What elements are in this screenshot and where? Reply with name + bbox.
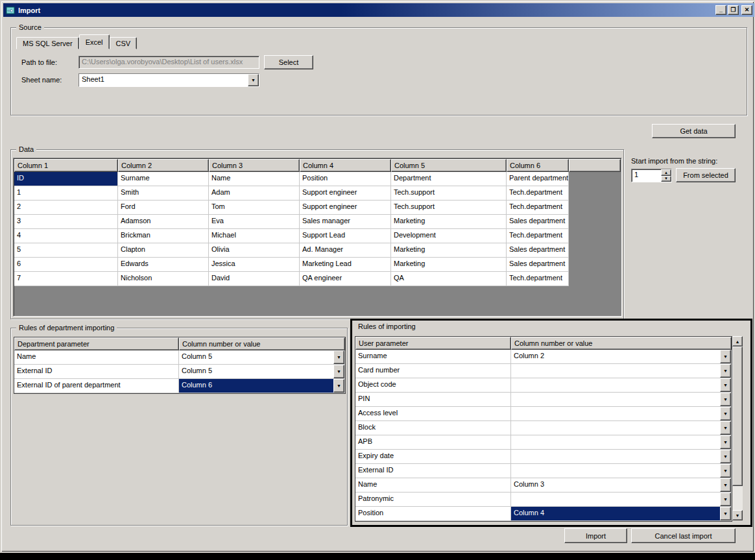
rule-value-cell[interactable]: ▼ xyxy=(511,378,732,393)
rule-parameter-cell[interactable]: External ID of parent department xyxy=(14,379,179,393)
data-cell[interactable]: Parent department xyxy=(507,172,569,186)
data-cell[interactable]: 1 xyxy=(14,186,118,201)
scroll-down-icon[interactable]: ▼ xyxy=(732,510,743,520)
select-file-button[interactable]: Select xyxy=(264,55,313,69)
titlebar[interactable]: Import _ ❐ ✕ xyxy=(3,3,754,17)
data-cell[interactable]: Nicholson xyxy=(118,272,209,286)
rule-parameter-cell[interactable]: External ID xyxy=(14,365,179,379)
data-cell[interactable]: Name xyxy=(209,172,300,186)
rule-value-cell[interactable]: ▼ xyxy=(511,364,732,378)
rule-value-cell[interactable]: ▼ xyxy=(511,421,732,435)
rule-value-cell[interactable]: ▼ xyxy=(511,450,732,464)
rule-parameter-cell[interactable]: Name xyxy=(355,478,511,493)
data-cell[interactable]: Edwards xyxy=(118,258,209,272)
data-cell[interactable]: Adamson xyxy=(118,215,209,229)
data-cell[interactable]: Tech.department xyxy=(507,186,569,201)
rule-value-cell[interactable]: ▼ xyxy=(511,435,732,450)
cancel-last-import-button[interactable]: Cancel last import xyxy=(631,528,736,543)
rules-column-header[interactable]: User parameter xyxy=(355,337,511,350)
rules-column-header[interactable]: Column number or value xyxy=(179,337,345,350)
data-cell[interactable]: 2 xyxy=(14,201,118,215)
tab-excel[interactable]: Excel xyxy=(79,34,110,49)
from-selected-button[interactable]: From selected xyxy=(676,168,736,182)
dropdown-arrow-icon[interactable]: ▼ xyxy=(333,350,344,364)
rule-parameter-cell[interactable]: Position xyxy=(355,507,511,521)
rule-parameter-cell[interactable]: External ID xyxy=(355,464,511,478)
data-cell[interactable]: Support Lead xyxy=(300,229,391,243)
dropdown-arrow-icon[interactable]: ▼ xyxy=(720,493,731,506)
dropdown-arrow-icon[interactable]: ▼ xyxy=(720,378,731,392)
data-cell[interactable]: Clapton xyxy=(118,243,209,258)
dropdown-arrow-icon[interactable]: ▼ xyxy=(720,407,731,420)
user-rules-scrollbar[interactable]: ▲ ▼ xyxy=(732,336,743,520)
data-cell[interactable]: Surname xyxy=(118,172,209,186)
rule-value-cell[interactable]: ▼ xyxy=(511,407,732,421)
data-cell[interactable]: Tech.department xyxy=(507,201,569,215)
data-cell[interactable]: Sales manager xyxy=(300,215,391,229)
scroll-up-icon[interactable]: ▲ xyxy=(732,336,743,347)
data-cell[interactable]: Ad. Manager xyxy=(300,243,391,258)
data-cell[interactable]: 7 xyxy=(14,272,118,286)
rule-parameter-cell[interactable]: PIN xyxy=(355,393,511,407)
rule-parameter-cell[interactable]: Access level xyxy=(355,407,511,421)
dropdown-arrow-icon[interactable]: ▼ xyxy=(720,393,731,406)
dropdown-arrow-icon[interactable]: ▼ xyxy=(333,379,344,393)
data-cell[interactable]: Tech.department xyxy=(507,229,569,243)
data-cell[interactable]: Jessica xyxy=(209,258,300,272)
spin-down-icon[interactable]: ▼ xyxy=(661,176,671,182)
data-cell[interactable]: Marketing xyxy=(391,243,507,258)
data-cell[interactable]: Marketing xyxy=(391,258,507,272)
minimize-button[interactable]: _ xyxy=(715,5,726,15)
tab-csv[interactable]: CSV xyxy=(110,37,138,49)
sheet-name-combobox[interactable]: Sheet1 ▼ xyxy=(78,73,259,87)
data-cell[interactable]: Marketing xyxy=(391,215,507,229)
data-cell[interactable]: Position xyxy=(300,172,391,186)
data-cell[interactable]: Department xyxy=(391,172,507,186)
rule-parameter-cell[interactable]: Block xyxy=(355,421,511,435)
data-cell[interactable]: Support engineer xyxy=(300,201,391,215)
data-cell[interactable]: David xyxy=(209,272,300,286)
data-cell[interactable]: QA engineer xyxy=(300,272,391,286)
data-cell[interactable]: Michael xyxy=(209,229,300,243)
rule-value-cell[interactable]: ▼ xyxy=(511,393,732,407)
dropdown-arrow-icon[interactable]: ▼ xyxy=(720,478,731,492)
data-cell[interactable]: Development xyxy=(391,229,507,243)
rule-parameter-cell[interactable]: Expiry date xyxy=(355,450,511,464)
rule-value-cell[interactable]: Column 5▼ xyxy=(179,350,345,365)
data-column-header[interactable]: Column 6 xyxy=(507,159,569,172)
data-cell[interactable]: Ford xyxy=(118,201,209,215)
scrollbar-thumb[interactable] xyxy=(732,347,743,486)
start-string-spinner[interactable]: 1 ▲ ▼ xyxy=(631,169,672,182)
dropdown-arrow-icon[interactable]: ▼ xyxy=(720,450,731,463)
data-cell[interactable]: Support engineer xyxy=(300,186,391,201)
rule-value-cell[interactable]: Column 4▼ xyxy=(511,507,732,521)
scrollbar-track[interactable] xyxy=(732,347,743,510)
data-column-header[interactable]: Column 2 xyxy=(118,159,209,172)
data-column-header[interactable]: Column 3 xyxy=(209,159,300,172)
data-cell[interactable]: 4 xyxy=(14,229,118,243)
rules-column-header[interactable]: Column number or value xyxy=(511,337,732,350)
maximize-button[interactable]: ❐ xyxy=(728,5,739,15)
data-column-header[interactable]: Column 1 xyxy=(14,159,118,172)
dropdown-arrow-icon[interactable]: ▼ xyxy=(720,435,731,449)
data-cell[interactable]: Adam xyxy=(209,186,300,201)
chevron-down-icon[interactable]: ▼ xyxy=(248,74,259,86)
import-button[interactable]: Import xyxy=(564,528,627,543)
dropdown-arrow-icon[interactable]: ▼ xyxy=(720,464,731,478)
rule-parameter-cell[interactable]: Card number xyxy=(355,364,511,378)
rule-value-cell[interactable]: Column 5▼ xyxy=(179,365,345,379)
rule-parameter-cell[interactable]: Surname xyxy=(355,350,511,364)
rule-value-cell[interactable]: ▼ xyxy=(511,493,732,507)
data-cell[interactable]: Eva xyxy=(209,215,300,229)
data-cell[interactable]: Sales department xyxy=(507,215,569,229)
rule-value-cell[interactable]: Column 3▼ xyxy=(511,478,732,493)
rule-value-cell[interactable]: ▼ xyxy=(511,464,732,478)
rule-parameter-cell[interactable]: Patronymic xyxy=(355,493,511,507)
rule-value-cell[interactable]: Column 6▼ xyxy=(179,379,345,393)
data-cell[interactable]: Tech.department xyxy=(507,272,569,286)
data-cell[interactable]: Brickman xyxy=(118,229,209,243)
rule-parameter-cell[interactable]: Name xyxy=(14,350,179,365)
spin-up-icon[interactable]: ▲ xyxy=(661,169,671,176)
dropdown-arrow-icon[interactable]: ▼ xyxy=(333,365,344,378)
data-cell[interactable]: QA xyxy=(391,272,507,286)
